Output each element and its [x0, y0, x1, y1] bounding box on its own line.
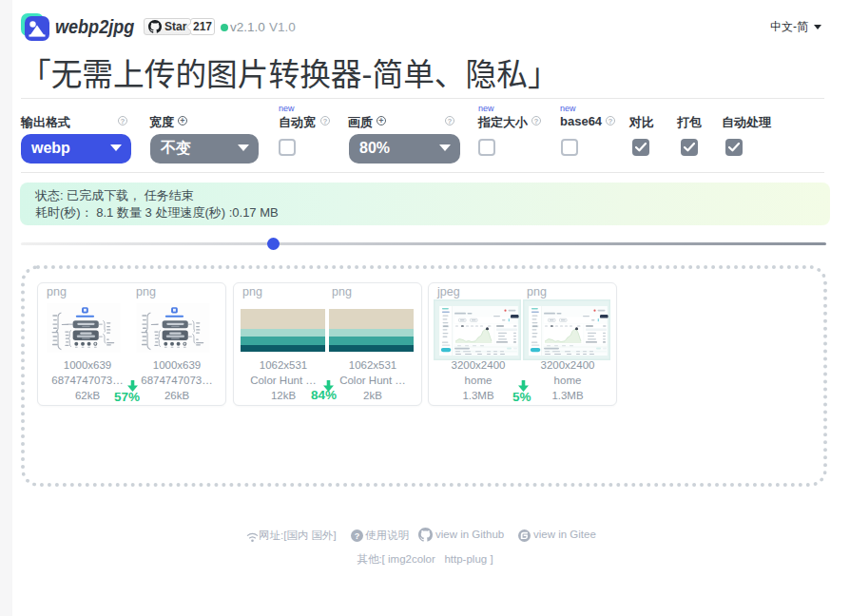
svg-text:?: ? — [355, 531, 360, 541]
